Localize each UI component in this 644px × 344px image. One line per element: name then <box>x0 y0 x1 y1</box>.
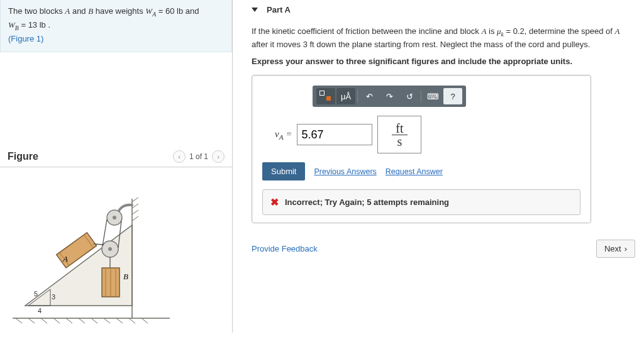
txt: and <box>72 6 88 16</box>
svg-line-10 <box>53 318 60 323</box>
WA-sub: A <box>152 11 156 18</box>
submit-button[interactable]: Submit <box>262 162 305 180</box>
instruction-text: If the kinetic coefficient of friction b… <box>252 26 635 51</box>
svg-line-12 <box>79 318 85 323</box>
undo-button[interactable]: ↶ <box>360 88 379 104</box>
help-button[interactable]: ? <box>443 88 462 104</box>
templates-button[interactable] <box>316 88 335 104</box>
var-A: A <box>65 6 70 16</box>
svg-text:4: 4 <box>38 307 42 314</box>
feedback-text: Incorrect; Try Again; 5 attempts remaini… <box>285 197 449 207</box>
WB-sub: B <box>15 25 19 31</box>
txt: have weights <box>96 6 146 16</box>
previous-answers-link[interactable]: Previous Answers <box>314 167 376 176</box>
answer-units-input[interactable]: ft s <box>377 116 421 153</box>
WA-val: = 60 lb and <box>158 6 199 16</box>
svg-point-29 <box>108 247 112 251</box>
answer-row: vA = ft s <box>275 116 580 153</box>
problem-statement: The two blocks A and B have weights WA =… <box>0 0 232 52</box>
toolbar-sep <box>357 90 358 103</box>
var-B: B <box>88 6 93 16</box>
chevron-right-icon: › <box>625 244 627 253</box>
figure-body: 5 3 4 A <box>0 167 232 333</box>
pager-prev-button[interactable]: ‹ <box>173 150 186 163</box>
footer-row: Provide Feedback Next › <box>252 240 635 258</box>
WB-val: = 13 lb . <box>21 20 50 30</box>
svg-line-16 <box>129 318 135 323</box>
keyboard-button[interactable]: ⌨ <box>423 88 442 104</box>
svg-line-2 <box>132 197 138 202</box>
WA-sym: W <box>145 6 152 16</box>
pager-next-button[interactable]: › <box>212 150 225 163</box>
svg-line-15 <box>116 318 123 323</box>
part-header[interactable]: Part A <box>252 5 635 14</box>
collapse-caret-icon <box>252 8 258 12</box>
WB-sym: W <box>8 20 15 30</box>
svg-text:3: 3 <box>52 293 55 301</box>
equation-toolbar: μÅ ↶ ↷ ↺ ⌨ ? <box>313 86 466 107</box>
unit-denominator: s <box>392 135 407 148</box>
answer-box: μÅ ↶ ↷ ↺ ⌨ ? vA = ft s <box>252 75 591 223</box>
svg-line-4 <box>132 210 138 214</box>
txt: The two blocks <box>8 6 65 16</box>
reset-button[interactable]: ↺ <box>400 88 419 104</box>
unit-numerator: ft <box>392 122 407 135</box>
part-title: Part A <box>267 5 291 14</box>
svg-line-8 <box>28 318 35 323</box>
svg-line-9 <box>41 318 47 323</box>
next-label: Next <box>604 244 621 253</box>
next-button[interactable]: Next › <box>596 240 635 258</box>
incorrect-icon: ✖ <box>270 196 279 208</box>
toolbar-sep <box>421 90 421 103</box>
figure-title: Figure <box>8 151 38 162</box>
answer-variable: vA = <box>275 129 292 141</box>
svg-text:A: A <box>62 254 68 264</box>
submit-row: Submit Previous Answers Request Answer <box>262 162 580 180</box>
svg-text:5: 5 <box>34 290 38 297</box>
svg-point-27 <box>113 216 116 219</box>
figure-svg: 5 3 4 A <box>6 174 214 325</box>
request-answer-link[interactable]: Request Answer <box>386 167 443 176</box>
svg-line-5 <box>132 216 138 221</box>
pager-label: 1 of 1 <box>189 152 208 161</box>
svg-line-14 <box>104 318 110 323</box>
svg-line-13 <box>91 318 97 323</box>
symbols-button[interactable]: μÅ <box>336 88 355 104</box>
templates-icon <box>319 91 332 102</box>
svg-line-7 <box>16 318 22 323</box>
figure-header: Figure ‹ 1 of 1 › <box>0 147 232 167</box>
answer-value-input[interactable] <box>297 124 372 145</box>
redo-button[interactable]: ↷ <box>380 88 399 104</box>
svg-line-11 <box>66 318 72 323</box>
figure-pager: ‹ 1 of 1 › <box>173 150 225 163</box>
feedback-banner: ✖ Incorrect; Try Again; 5 attempts remai… <box>262 189 580 215</box>
provide-feedback-link[interactable]: Provide Feedback <box>252 244 318 253</box>
svg-text:B: B <box>123 272 128 281</box>
figure-link[interactable]: (Figure 1) <box>8 34 43 43</box>
instruction-bold: Express your answer to three significant… <box>252 56 635 68</box>
svg-line-17 <box>142 318 148 323</box>
